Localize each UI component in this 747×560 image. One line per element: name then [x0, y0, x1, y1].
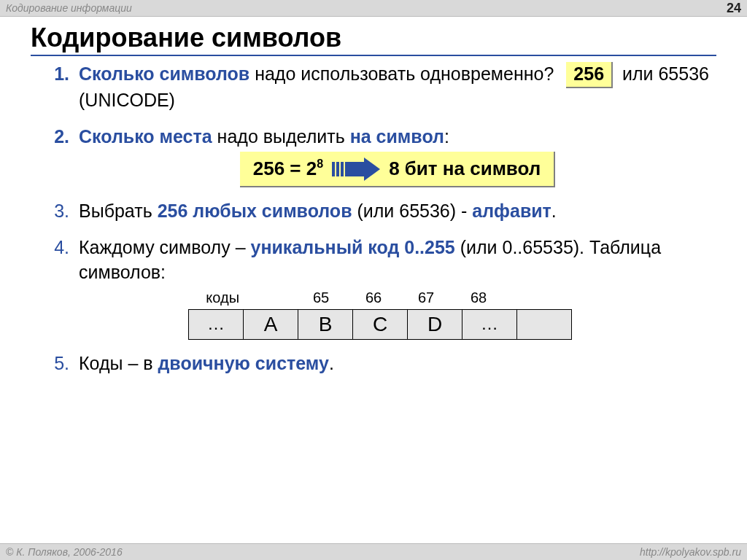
- item-2-accent: на символ: [350, 126, 444, 147]
- item-2-colon: :: [444, 126, 449, 147]
- numbered-list: Сколько символов надо использовать однов…: [31, 62, 716, 376]
- code-0: 65: [295, 288, 347, 308]
- formula-row: 256 = 28 8 бит на символ: [79, 152, 716, 187]
- cell-0: …: [189, 309, 244, 339]
- answer-box-256: 256: [566, 62, 613, 88]
- page-number: 24: [727, 1, 741, 16]
- arrow-icon: [332, 158, 380, 181]
- cell-2: B: [298, 309, 353, 339]
- header-topic: Кодирование информации: [6, 2, 132, 14]
- item-4: Каждому символу – уникальный код 0..255 …: [74, 236, 716, 340]
- item-3-accent1: 256 любых символов: [158, 201, 352, 221]
- formula-left: 256 = 28: [253, 156, 323, 182]
- cell-3: C: [353, 309, 408, 339]
- item-5-post: .: [329, 353, 334, 373]
- codes-row: коды 65 66 67 68: [152, 288, 716, 308]
- item-3-mid: (или 65536) -: [352, 201, 473, 221]
- item-3-accent2: алфавит: [472, 201, 551, 221]
- slide-footer: © К. Поляков, 2006-2016 http://kpolyakov…: [0, 543, 747, 560]
- item-5-accent: двоичную систему: [158, 353, 329, 373]
- slide-header: Кодирование информации 24: [0, 0, 747, 17]
- cell-5: …: [462, 309, 517, 339]
- cell-6: [517, 309, 572, 339]
- cell-1: A: [244, 309, 298, 339]
- item-4-accent: уникальный код 0..255: [251, 237, 455, 257]
- item-1: Сколько символов надо использовать однов…: [74, 62, 716, 113]
- formula-box: 256 = 28 8 бит на символ: [240, 152, 556, 187]
- item-3-pre: Выбрать: [79, 201, 158, 221]
- slide-body: Кодирование символов Сколько символов на…: [0, 17, 747, 542]
- item-2-mid: надо выделить: [212, 126, 350, 147]
- formula-right: 8 бит на символ: [389, 156, 541, 182]
- symbol-table: … A B C D …: [188, 309, 572, 340]
- item-4-pre: Каждому символу –: [79, 237, 251, 257]
- code-2: 67: [400, 288, 452, 308]
- item-2-lead: Сколько места: [79, 126, 212, 147]
- codes-label: коды: [152, 288, 242, 308]
- item-5: Коды – в двоичную систему.: [74, 351, 716, 376]
- symbol-table-wrap: коды 65 66 67 68 … A B C D …: [152, 288, 716, 340]
- code-1: 66: [347, 288, 400, 308]
- footer-copyright: © К. Поляков, 2006-2016: [6, 546, 123, 558]
- item-1-tail: надо использовать одновременно?: [249, 63, 554, 84]
- code-3: 68: [452, 288, 505, 308]
- slide-title: Кодирование символов: [31, 23, 716, 56]
- item-1-lead: Сколько символов: [79, 63, 249, 84]
- cell-4: D: [408, 309, 462, 339]
- item-5-pre: Коды – в: [79, 353, 158, 373]
- item-3: Выбрать 256 любых символов (или 65536) -…: [74, 199, 716, 224]
- item-2: Сколько места надо выделить на символ: 2…: [74, 125, 716, 188]
- footer-url: http://kpolyakov.spb.ru: [640, 546, 741, 558]
- item-3-post: .: [551, 201, 557, 221]
